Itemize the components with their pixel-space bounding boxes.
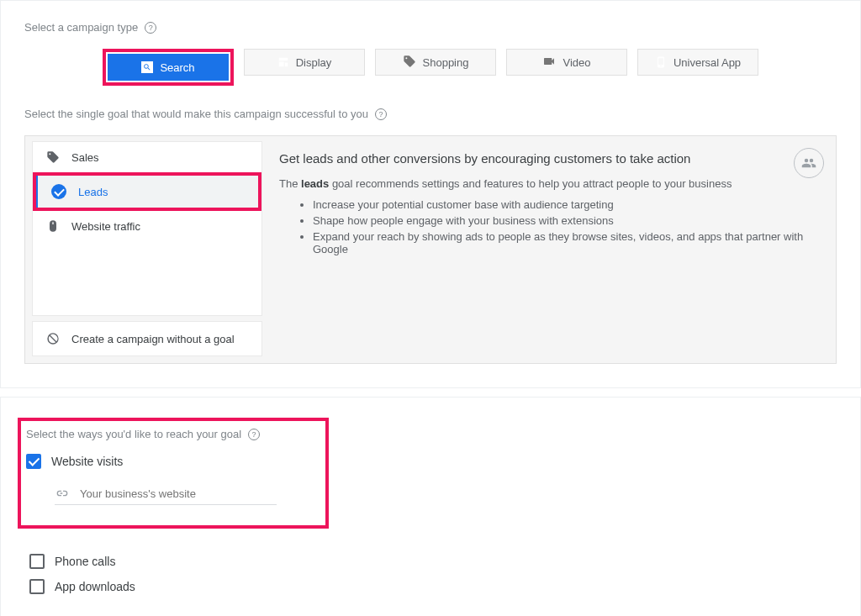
checkbox-app-downloads[interactable] — [29, 579, 45, 594]
goal-bullet-2: Shape how people engage with your busine… — [313, 214, 817, 227]
tab-video-label: Video — [563, 56, 590, 69]
goal-item-leads-label: Leads — [78, 186, 108, 198]
campaign-type-card: Select a campaign type ? Search Display — [0, 0, 861, 388]
goal-desc-bullets: Increase your potential customer base wi… — [279, 198, 817, 255]
goal-list: Sales Leads Website traffic — [25, 136, 269, 363]
goal-item-sales[interactable]: Sales — [33, 142, 261, 172]
goal-section-title-text: Select the single goal that would make t… — [24, 108, 368, 120]
reach-other-options: Phone calls App downloads — [29, 549, 837, 599]
reach-title-text: Select the ways you'd like to reach your… — [26, 428, 241, 440]
no-goal-icon — [46, 332, 60, 345]
search-icon — [141, 61, 153, 73]
campaign-type-title: Select a campaign type ? — [24, 21, 837, 34]
tab-shopping[interactable]: Shopping — [375, 49, 496, 76]
help-icon[interactable]: ? — [375, 108, 387, 120]
check-circle-icon — [51, 184, 66, 199]
goal-desc-heading: Get leads and other conversions by encou… — [279, 151, 817, 166]
tab-universal-app[interactable]: Universal App — [637, 49, 758, 76]
display-icon — [277, 56, 289, 68]
tab-video[interactable]: Video — [506, 49, 627, 76]
website-input-row — [55, 486, 277, 505]
goal-bullet-1: Increase your potential customer base wi… — [313, 198, 817, 211]
tab-display[interactable]: Display — [244, 49, 365, 76]
mouse-icon — [46, 219, 60, 233]
goal-item-sales-label: Sales — [71, 151, 99, 164]
help-icon[interactable]: ? — [248, 429, 260, 440]
people-icon — [794, 148, 824, 178]
tab-search[interactable]: Search — [108, 54, 229, 81]
campaign-type-title-text: Select a campaign type — [24, 21, 138, 34]
goal-desc-intro: The leads goal recommends settings and f… — [279, 177, 817, 190]
goal-item-traffic-label: Website traffic — [71, 220, 140, 233]
tab-universal-label: Universal App — [673, 56, 741, 69]
goal-desc-intro-suffix: goal recommends settings and features to… — [329, 177, 732, 190]
option-phone-calls-label: Phone calls — [55, 555, 115, 568]
goal-description: Get leads and other conversions by encou… — [269, 136, 836, 363]
option-app-downloads-label: App downloads — [55, 580, 135, 593]
goal-panel: Sales Leads Website traffic — [24, 135, 837, 364]
checkbox-website-visits[interactable] — [26, 454, 41, 469]
reach-goal-card: Select the ways you'd like to reach your… — [0, 397, 861, 616]
shopping-icon — [403, 55, 416, 71]
universal-app-icon — [655, 56, 667, 68]
tab-display-label: Display — [296, 56, 332, 69]
tag-icon — [46, 150, 60, 164]
option-app-downloads[interactable]: App downloads — [29, 574, 837, 599]
highlight-goal-leads: Leads — [33, 172, 261, 211]
reach-title: Select the ways you'd like to reach your… — [26, 428, 315, 440]
goal-section-title: Select the single goal that would make t… — [24, 108, 837, 120]
goal-item-leads[interactable]: Leads — [36, 176, 258, 208]
help-icon[interactable]: ? — [145, 22, 156, 34]
campaign-type-tabs: Search Display Shopping Video — [24, 49, 837, 86]
goal-desc-intro-bold: leads — [301, 177, 329, 190]
website-input[interactable] — [78, 487, 277, 501]
tab-shopping-label: Shopping — [423, 56, 469, 69]
video-icon — [542, 55, 556, 71]
highlight-reach-section: Select the ways you'd like to reach your… — [18, 418, 329, 529]
goal-item-website-traffic[interactable]: Website traffic — [33, 211, 261, 241]
goal-item-no-goal-label: Create a campaign without a goal — [71, 333, 235, 345]
checkbox-phone-calls[interactable] — [29, 554, 45, 569]
option-phone-calls[interactable]: Phone calls — [29, 549, 837, 574]
goal-bullet-3: Expand your reach by showing ads to peop… — [313, 230, 817, 255]
link-icon — [55, 486, 68, 501]
goal-desc-intro-prefix: The — [279, 177, 301, 190]
goal-item-no-goal[interactable]: Create a campaign without a goal — [32, 321, 262, 356]
option-website-visits[interactable]: Website visits — [26, 449, 315, 474]
tab-search-label: Search — [160, 61, 194, 74]
highlight-search-tab: Search — [103, 49, 234, 86]
option-website-visits-label: Website visits — [51, 455, 123, 468]
